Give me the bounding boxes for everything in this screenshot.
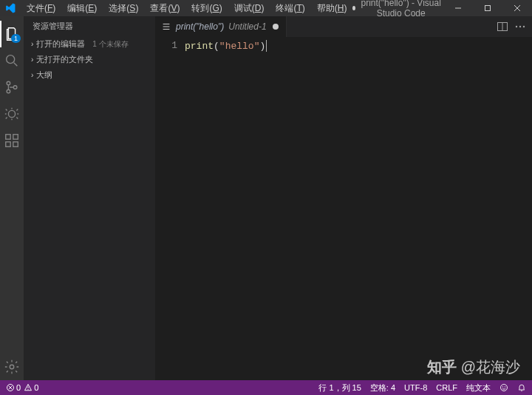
minimap[interactable] [267, 37, 304, 380]
menu-selection[interactable]: 选择(S) [103, 0, 144, 16]
svg-point-17 [501, 385, 508, 391]
menu-debug[interactable]: 调试(D) [228, 0, 270, 16]
code-content[interactable]: print("hello") [185, 37, 267, 380]
chevron-right-icon: › [31, 40, 33, 48]
svg-point-3 [7, 90, 10, 93]
svg-rect-6 [6, 135, 10, 139]
close-button[interactable] [502, 0, 532, 16]
menu-edit[interactable]: 编辑(E) [61, 0, 103, 16]
split-editor-icon[interactable] [497, 21, 508, 33]
sidebar-explorer: 资源管理器 › 打开的编辑器 1 个未保存 › 无打开的文件夹 › 大纲 [24, 16, 155, 380]
menu-go[interactable]: 转到(G) [185, 0, 228, 16]
status-encoding[interactable]: UTF-8 [404, 383, 427, 392]
chevron-right-icon: › [31, 71, 33, 79]
maximize-button[interactable] [473, 0, 502, 16]
titlebar: 文件(F) 编辑(E) 选择(S) 查看(V) 转到(G) 调试(D) 终端(T… [0, 0, 532, 16]
svg-point-13 [519, 26, 521, 27]
editor[interactable]: 1 print("hello") [155, 37, 532, 380]
status-errors[interactable]: 0 [6, 383, 21, 392]
activity-bar: 1 [0, 16, 24, 380]
svg-rect-9 [13, 135, 18, 139]
activity-settings[interactable] [0, 354, 24, 380]
status-warning-count: 0 [34, 383, 38, 392]
minimize-button[interactable] [443, 0, 473, 16]
window-controls [443, 0, 532, 16]
svg-point-12 [516, 26, 517, 27]
tab-untitled-1[interactable]: print("hello") Untitled-1 [155, 16, 287, 37]
file-icon [161, 21, 171, 32]
tab-filename: print("hello") [176, 21, 224, 32]
status-warnings[interactable]: 0 [24, 383, 38, 392]
svg-rect-0 [485, 6, 491, 11]
status-eol[interactable]: CRLF [436, 383, 457, 392]
main-area: 1 资源管理器 › 打开的编辑器 1 个未保存 › 无打开的文件夹 [0, 16, 532, 380]
dirty-indicator-icon [352, 6, 355, 10]
status-feedback-icon[interactable] [499, 383, 508, 392]
svg-point-4 [13, 86, 17, 90]
activity-search[interactable] [0, 47, 24, 74]
vscode-logo-icon [4, 2, 16, 14]
menu-help[interactable]: 帮助(H) [311, 0, 353, 16]
activity-explorer[interactable]: 1 [0, 21, 24, 47]
tab-dirty-indicator-icon [273, 24, 279, 30]
sidebar-open-editors-label: 打开的编辑器 [36, 38, 85, 50]
svg-point-16 [28, 389, 29, 390]
menu-bar: 文件(F) 编辑(E) 选择(S) 查看(V) 转到(G) 调试(D) 终端(T… [21, 0, 352, 16]
editor-area: print("hello") Untitled-1 1 print("hello… [155, 16, 532, 380]
sidebar-open-editors[interactable]: › 打开的编辑器 1 个未保存 [24, 36, 155, 52]
line-gutter: 1 [155, 37, 185, 380]
svg-point-14 [523, 26, 525, 27]
sidebar-no-folder-label: 无打开的文件夹 [36, 54, 93, 65]
status-language[interactable]: 纯文本 [466, 382, 491, 394]
sidebar-no-folder[interactable]: › 无打开的文件夹 [24, 52, 155, 67]
line-number: 1 [155, 40, 177, 51]
svg-point-18 [502, 386, 503, 387]
svg-point-19 [505, 386, 505, 387]
sidebar-title: 资源管理器 [24, 16, 155, 36]
activity-source-control[interactable] [0, 74, 24, 101]
activity-debug[interactable] [0, 101, 24, 127]
svg-point-10 [10, 365, 14, 369]
sidebar-outline[interactable]: › 大纲 [24, 67, 155, 83]
status-line-col[interactable]: 行 1，列 15 [318, 382, 361, 394]
status-bell-icon[interactable] [517, 383, 526, 392]
sidebar-outline-label: 大纲 [36, 70, 52, 81]
status-bar: 0 0 行 1，列 15 空格: 4 UTF-8 CRLF 纯文本 [0, 380, 532, 395]
menu-view[interactable]: 查看(V) [144, 0, 185, 16]
sidebar-unsaved-count: 1 个未保存 [92, 39, 128, 50]
status-error-count: 0 [16, 383, 21, 392]
svg-point-1 [7, 55, 15, 64]
menu-file[interactable]: 文件(F) [21, 0, 61, 16]
svg-point-2 [7, 81, 10, 85]
menu-terminal[interactable]: 终端(T) [270, 0, 310, 16]
explorer-badge: 1 [11, 34, 21, 43]
svg-rect-8 [13, 142, 18, 146]
chevron-right-icon: › [31, 55, 33, 64]
svg-rect-7 [6, 142, 10, 146]
svg-point-5 [8, 110, 15, 117]
more-actions-icon[interactable] [514, 21, 526, 33]
status-indent[interactable]: 空格: 4 [370, 382, 395, 394]
tab-bar: print("hello") Untitled-1 [155, 16, 532, 37]
tab-untitled-label: Untitled-1 [228, 21, 266, 32]
activity-extensions[interactable] [0, 127, 24, 154]
